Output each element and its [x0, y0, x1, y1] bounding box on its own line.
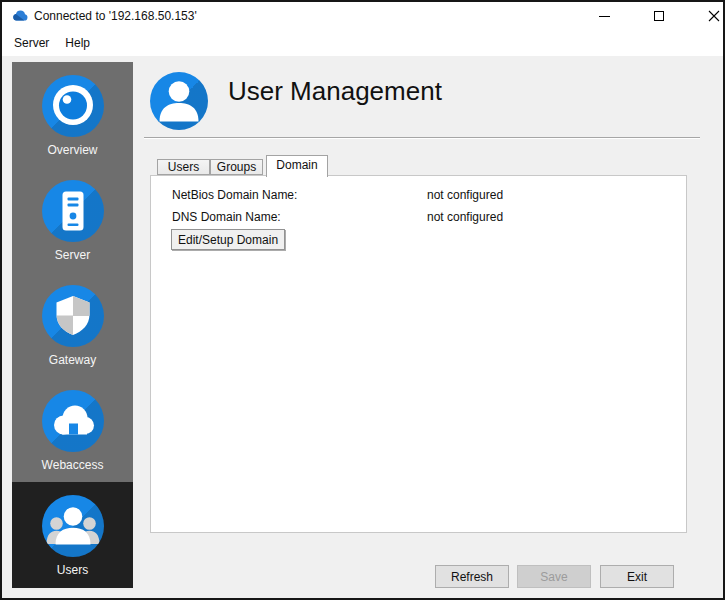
- tab-groups-label: Groups: [211, 160, 262, 175]
- close-icon: [708, 10, 720, 22]
- close-button[interactable]: [697, 2, 725, 30]
- maximize-button[interactable]: [642, 2, 676, 30]
- sidebar-item-overview[interactable]: Overview: [12, 62, 133, 167]
- sidebar-label-webaccess: Webaccess: [42, 458, 104, 472]
- tab-users[interactable]: Users: [157, 159, 210, 175]
- server-tower-icon: [42, 180, 104, 242]
- menu-item-server[interactable]: Server: [6, 33, 57, 53]
- menubar: Server Help: [2, 30, 723, 56]
- window-title: Connected to '192.168.50.153': [34, 2, 197, 30]
- sidebar-label-gateway: Gateway: [49, 353, 96, 367]
- save-button: Save: [517, 565, 591, 588]
- titlebar: Connected to '192.168.50.153': [2, 2, 723, 30]
- sidebar-label-server: Server: [55, 248, 90, 262]
- dns-domain-value: not configured: [427, 210, 503, 224]
- tab-domain[interactable]: Domain: [266, 155, 328, 177]
- page-title: User Management: [228, 76, 442, 107]
- netbios-domain-value: not configured: [427, 188, 503, 202]
- exit-button[interactable]: Exit: [600, 565, 674, 588]
- sidebar-item-webaccess[interactable]: Webaccess: [12, 377, 133, 482]
- overview-lens-icon: [42, 75, 104, 137]
- user-icon: [150, 72, 208, 130]
- app-window: Connected to '192.168.50.153' Server Hel…: [0, 0, 725, 600]
- tab-groups[interactable]: Groups: [210, 159, 263, 175]
- sidebar-label-users: Users: [57, 563, 88, 577]
- cloud-icon: [42, 390, 104, 452]
- sidebar: Overview Server: [12, 62, 133, 588]
- edit-setup-domain-button[interactable]: Edit/Setup Domain: [171, 229, 285, 250]
- content-area: Overview Server: [2, 56, 723, 598]
- maximize-icon: [654, 11, 664, 21]
- sidebar-item-server[interactable]: Server: [12, 167, 133, 272]
- refresh-button[interactable]: Refresh: [435, 565, 509, 588]
- app-cloud-icon: [12, 8, 28, 24]
- sidebar-item-gateway[interactable]: Gateway: [12, 272, 133, 377]
- minimize-icon: [599, 16, 610, 17]
- tab-domain-label: Domain: [267, 156, 327, 175]
- netbios-domain-label: NetBios Domain Name:: [172, 188, 297, 202]
- sidebar-item-users[interactable]: Users: [12, 482, 133, 588]
- tab-users-label: Users: [158, 160, 209, 175]
- sidebar-label-overview: Overview: [47, 143, 97, 157]
- domain-tab-panel: NetBios Domain Name: not configured DNS …: [150, 175, 687, 533]
- shield-icon: [42, 285, 104, 347]
- header-divider: [144, 137, 700, 139]
- user-group-icon: [42, 495, 104, 557]
- dns-domain-label: DNS Domain Name:: [172, 210, 281, 224]
- minimize-button[interactable]: [587, 2, 621, 30]
- menu-item-help[interactable]: Help: [57, 33, 98, 53]
